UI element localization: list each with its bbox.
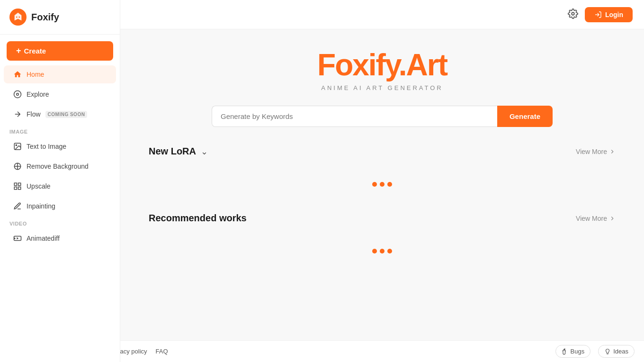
flow-icon [13,110,22,118]
spinner-dots [372,182,392,187]
sidebar-item-inpainting[interactable]: Inpainting [4,197,116,215]
brand-title-left: Foxify. [317,48,406,82]
settings-button[interactable] [568,9,578,21]
svg-rect-7 [18,183,21,185]
inpainting-icon [13,202,22,210]
sidebar-header: Foxify [0,0,120,35]
remove-bg-label: Remove Background [27,163,89,170]
image-icon [13,142,22,151]
topbar: Login [120,0,644,29]
coming-soon-badge: COMING SOON [45,111,88,118]
sections-wrapper: New LoRA ⌄ View More Recommended works V… [149,146,616,270]
new-lora-title-group: New LoRA ⌄ [149,146,208,157]
sidebar-item-flow[interactable]: Flow COMING SOON [4,105,116,123]
image-section-label: Image [0,124,120,136]
view-more-recommended[interactable]: View More [576,215,616,222]
bug-icon [562,348,568,355]
ideas-label: Ideas [613,348,628,355]
spinner-dot-1 [372,182,377,187]
svg-point-2 [14,91,21,98]
spinner-dot-3 [387,182,392,187]
view-more-label: View More [576,148,607,155]
sidebar: Foxify + Create Home Explore Flow COMING… [0,0,120,362]
main-content: Foxify.Art ANIME AI ART GENERATOR Genera… [120,29,644,362]
brand-subtitle: ANIME AI ART GENERATOR [321,84,443,91]
sidebar-item-home[interactable]: Home [4,65,116,83]
svg-point-3 [17,93,19,96]
create-label: Create [24,47,46,55]
bugs-label: Bugs [571,348,585,355]
create-button[interactable]: + Create [7,41,113,61]
login-icon [594,11,602,18]
create-plus-icon: + [16,46,21,56]
svg-point-0 [16,17,18,18]
sidebar-item-remove-background[interactable]: Remove Background [4,157,116,175]
spinner-dot-4 [372,249,377,253]
generate-label: Generate [510,112,540,120]
search-bar-container: Generate [212,106,553,127]
chevron-right-icon [609,148,616,155]
fox-icon [13,12,23,22]
view-more-recommended-label: View More [576,215,607,222]
text-to-image-label: Text to Image [27,143,66,150]
upscale-label: Upscale [27,182,51,190]
svg-rect-8 [14,187,17,190]
brand-title-right: Art [406,48,447,82]
lightbulb-icon [604,348,611,355]
svg-point-11 [14,238,15,239]
view-more-new-lora[interactable]: View More [576,148,616,155]
spinner-dot-6 [387,249,392,253]
sidebar-item-explore[interactable]: Explore [4,85,116,103]
chevron-down-icon[interactable]: ⌄ [201,146,208,157]
spinner-dots-2 [372,249,392,253]
recommended-title-group: Recommended works [149,213,247,224]
upscale-icon [13,182,22,190]
remove-bg-icon [13,162,22,171]
gear-icon [568,9,578,19]
sidebar-item-animatediff[interactable]: Animatediff [4,229,116,247]
chevron-right-icon-2 [609,215,616,222]
generate-button[interactable]: Generate [497,106,553,127]
home-label: Home [27,71,44,78]
login-label: Login [605,11,623,18]
recommended-title: Recommended works [149,213,247,224]
logo-text: Foxify [31,12,59,23]
logo-icon [9,9,27,26]
login-button[interactable]: Login [585,7,633,22]
sidebar-item-upscale[interactable]: Upscale [4,177,116,195]
svg-point-1 [18,17,20,18]
bugs-button[interactable]: Bugs [555,345,591,358]
search-input[interactable] [212,106,497,127]
faq-link[interactable]: FAQ [156,348,168,355]
spinner-dot-2 [380,182,385,187]
video-section-label: Video [0,216,120,228]
home-icon [13,70,22,79]
inpainting-label: Inpainting [27,202,55,210]
animatediff-label: Animatediff [27,235,60,242]
spinner-dot-5 [380,249,385,253]
recommended-loading [149,232,616,270]
svg-rect-6 [14,183,17,185]
flow-label: Flow [27,110,41,118]
brand-title: Foxify.Art [317,48,447,81]
ideas-button[interactable]: Ideas [598,345,635,358]
sidebar-item-text-to-image[interactable]: Text to Image [4,137,116,155]
new-lora-loading [149,165,616,203]
new-lora-title: New LoRA [149,146,196,157]
recommended-section-header: Recommended works View More [149,213,616,224]
svg-rect-9 [18,187,21,190]
explore-label: Explore [27,90,49,98]
explore-icon [13,90,22,99]
video-icon [13,234,22,243]
footer-right: Bugs Ideas [555,345,635,358]
new-lora-section-header: New LoRA ⌄ View More [149,146,616,157]
svg-point-5 [16,145,17,145]
svg-point-12 [572,12,574,15]
